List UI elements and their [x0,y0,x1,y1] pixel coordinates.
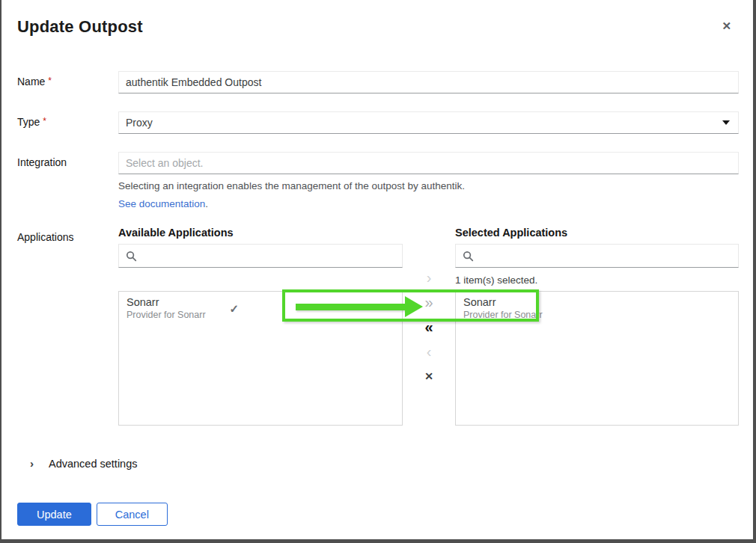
type-row: Type* Proxy [17,111,739,134]
list-item-subtitle: Provider for Sonarr [126,310,206,321]
type-label: Type* [17,111,118,128]
list-item-available-sonarr[interactable]: Sonarr Provider for Sonarr ✓ [119,292,402,325]
search-icon [463,251,474,262]
list-item-text: Sonarr Provider for Sonarr [463,296,543,321]
integration-help-text: Selecting an integration enables the man… [118,180,739,192]
available-search-input[interactable] [143,250,395,262]
list-item-title: Sonarr [463,296,543,309]
modal-body: Update Outpost ✕ Name* Type* Proxy Integ… [1,0,753,526]
list-item-title: Sonarr [126,296,206,309]
chevron-down-icon [722,120,730,125]
documentation-link[interactable]: See documentation [118,198,205,209]
list-item-subtitle: Provider for Sonarr [463,310,543,321]
clear-selection-button[interactable]: ✕ [424,369,433,384]
cancel-button[interactable]: Cancel [97,503,168,526]
update-button[interactable]: Update [17,503,91,526]
page-title: Update Outpost [17,18,739,36]
selected-pane-header: Selected Applications [455,227,739,239]
list-item-selected-sonarr[interactable]: Sonarr Provider for Sonarr [456,292,738,325]
transfer-controls: › » « ‹ ✕ [403,227,455,426]
chevron-right-icon: › [30,458,34,470]
integration-field-group: Selecting an integration enables the man… [118,152,739,210]
name-row: Name* [17,71,739,93]
add-all-button[interactable]: » [424,295,433,310]
search-icon [126,251,137,262]
selected-pane: Selected Applications 1 item(s) selected… [455,227,739,426]
type-select-value: Proxy [126,117,153,129]
integration-label: Integration [17,152,118,168]
integration-row: Integration Selecting an integration ena… [17,152,739,210]
name-label: Name* [17,71,118,88]
doc-link-line: See documentation. [118,197,739,210]
remove-selected-button[interactable]: ‹ [427,344,432,359]
list-item-text: Sonarr Provider for Sonarr [126,296,206,321]
check-icon: ✓ [230,302,240,316]
dialog-header: Update Outpost ✕ [17,18,739,36]
selected-count-status: 1 item(s) selected. [455,268,739,291]
available-pane-header: Available Applications [118,227,403,239]
available-search-box [118,244,403,268]
applications-row: Applications Available Applications [17,227,739,426]
remove-all-button[interactable]: « [424,319,433,334]
add-selected-button[interactable]: › [427,270,432,285]
available-status-spacer [118,268,403,291]
selected-search-box [455,244,739,268]
applications-label: Applications [17,227,118,243]
advanced-settings-label: Advanced settings [49,458,138,470]
available-pane: Available Applications Sonarr [118,227,403,426]
update-outpost-dialog: Update Outpost ✕ Name* Type* Proxy Integ… [0,0,756,543]
type-label-text: Type [17,116,40,128]
required-asterisk: * [48,76,52,86]
advanced-settings-toggle[interactable]: › Advanced settings [30,456,739,471]
integration-input[interactable] [118,152,739,174]
selected-list: Sonarr Provider for Sonarr [455,291,739,426]
name-input[interactable] [118,71,739,93]
name-label-text: Name [17,76,45,88]
required-asterisk: * [43,116,46,126]
dialog-footer: Update Cancel [17,503,739,526]
available-list: Sonarr Provider for Sonarr ✓ [118,291,403,426]
doc-link-period: . [205,198,208,209]
selected-search-input[interactable] [480,250,731,262]
close-icon[interactable]: ✕ [722,21,731,31]
type-select[interactable]: Proxy [118,111,739,134]
dual-list-selector: Available Applications Sonarr [118,227,739,426]
